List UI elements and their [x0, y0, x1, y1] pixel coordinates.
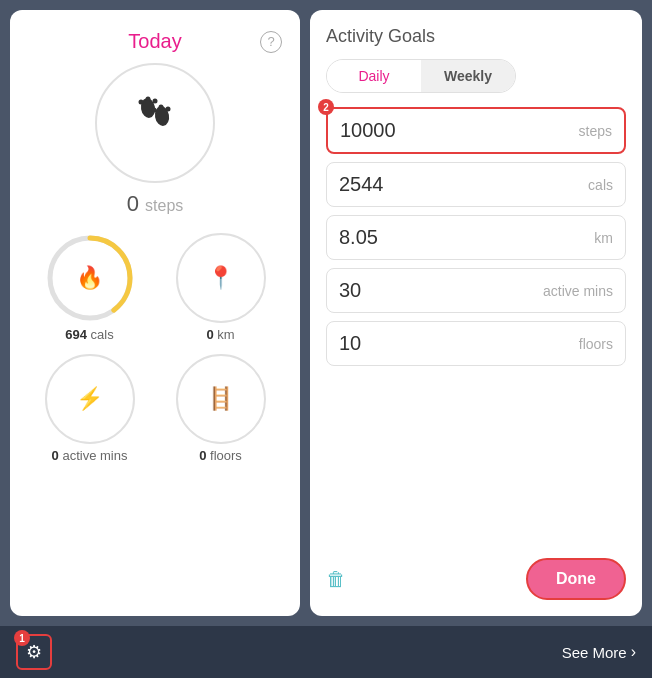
- metric-active-mins: ⚡ 0 active mins: [30, 354, 149, 463]
- svg-point-3: [146, 96, 151, 101]
- right-bottom-bar: 🗑 Done: [326, 550, 626, 600]
- svg-point-7: [166, 106, 171, 111]
- daily-weekly-toggle[interactable]: Daily Weekly: [326, 59, 516, 93]
- right-panel: Activity Goals Daily Weekly 2 10000 step…: [310, 10, 642, 616]
- floors-goal-unit: floors: [579, 336, 613, 352]
- active-mins-label: 0 active mins: [52, 448, 128, 463]
- see-more-button[interactable]: See More ›: [562, 643, 636, 661]
- floors-circle: 🪜: [176, 354, 266, 444]
- daily-tab[interactable]: Daily: [327, 60, 421, 92]
- trash-icon[interactable]: 🗑: [326, 568, 346, 591]
- footprint-icon: [130, 96, 180, 151]
- chevron-right-icon: ›: [631, 643, 636, 661]
- km-circle: 📍: [176, 233, 266, 323]
- cals-goal-unit: cals: [588, 177, 613, 193]
- bottom-bar: ⚙ 1 See More ›: [0, 626, 652, 678]
- pin-icon: 📍: [207, 265, 234, 291]
- metric-km: 📍 0 km: [161, 233, 280, 342]
- gear-icon: ⚙: [26, 641, 42, 663]
- km-goal-unit: km: [594, 230, 613, 246]
- cals-label: 694 cals: [65, 327, 113, 342]
- svg-point-6: [159, 104, 164, 109]
- flame-icon: 🔥: [76, 265, 103, 291]
- active-mins-goal-unit: active mins: [543, 283, 613, 299]
- steps-circle: [95, 63, 215, 183]
- steps-goal-value: 10000: [340, 119, 579, 142]
- svg-point-4: [153, 98, 158, 103]
- metrics-grid: 🔥 694 cals 📍 0 km ⚡: [20, 233, 290, 463]
- today-header: Today ?: [20, 30, 290, 53]
- weekly-tab[interactable]: Weekly: [421, 60, 515, 92]
- cals-goal-value: 2544: [339, 173, 588, 196]
- goal-row-active-mins[interactable]: 30 active mins: [326, 268, 626, 313]
- stairs-icon: 🪜: [207, 386, 234, 412]
- done-button[interactable]: Done: [526, 558, 626, 600]
- floors-goal-value: 10: [339, 332, 579, 355]
- goal-row-steps[interactable]: 2 10000 steps: [326, 107, 626, 154]
- km-label: 0 km: [206, 327, 234, 342]
- active-mins-circle: ⚡: [45, 354, 135, 444]
- metric-floors: 🪜 0 floors: [161, 354, 280, 463]
- metric-cals: 🔥 694 cals: [30, 233, 149, 342]
- help-icon[interactable]: ?: [260, 31, 282, 53]
- steps-goal-unit: steps: [579, 123, 612, 139]
- today-title: Today: [128, 30, 181, 53]
- svg-point-2: [139, 99, 144, 104]
- steps-value: 0: [127, 191, 139, 216]
- steps-display: 0 steps: [127, 191, 184, 217]
- active-mins-goal-value: 30: [339, 279, 543, 302]
- cals-circle: 🔥: [45, 233, 135, 323]
- goal-row-km[interactable]: 8.05 km: [326, 215, 626, 260]
- km-goal-value: 8.05: [339, 226, 594, 249]
- left-panel: Today ? 0 steps: [10, 10, 300, 616]
- lightning-icon: ⚡: [76, 386, 103, 412]
- activity-goals-title: Activity Goals: [326, 26, 626, 47]
- see-more-label: See More: [562, 644, 627, 661]
- steps-unit: steps: [145, 197, 183, 214]
- goal-row-cals[interactable]: 2544 cals: [326, 162, 626, 207]
- floors-label: 0 floors: [199, 448, 242, 463]
- svg-point-5: [152, 107, 157, 112]
- goal-row-floors[interactable]: 10 floors: [326, 321, 626, 366]
- badge-1: 1: [14, 630, 30, 646]
- badge-2: 2: [318, 99, 334, 115]
